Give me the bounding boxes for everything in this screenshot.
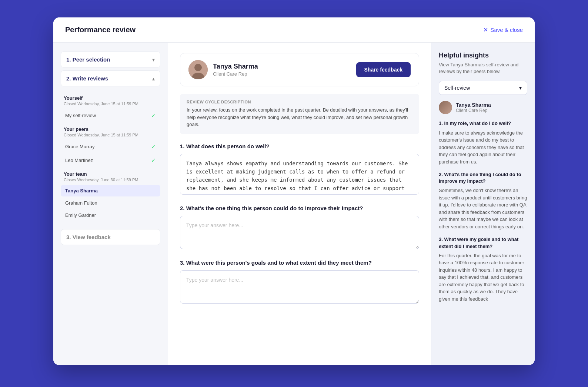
peer-name-grace: Grace Murray [65,144,94,149]
insights-a2: Sometimes, we don't know there's an issu… [439,187,527,230]
save-close-button[interactable]: ✕ Save & close [483,26,523,33]
modal-title: Performance review [65,26,136,34]
outer-bg: Performance review ✕ Save & close 1. Pee… [53,17,535,370]
team-sub: Closes Wednesday, June 30 at 11:59 PM [64,178,157,182]
insights-a1: I make sure to always acknowledge the cu… [439,129,527,166]
insights-q2: 2. What's the one thing I could do to im… [439,171,527,185]
chevron-up-icon: ▴ [152,76,155,82]
yourself-sub: Closed Wednesday, June 15 at 11:59 PM [64,102,157,106]
reviewer-details: Tanya Sharma Client Care Rep [213,63,258,77]
team-name-emily: Emily Gardner [65,212,96,218]
sidebar-section-3-title: 3. View feedback [66,234,111,240]
self-review-label: My self-review [65,113,96,118]
question-1-label: 1. What does this person do well? [180,143,419,149]
team-label: Your team [64,171,157,177]
question-2-label: 2. What's the one thing this person coul… [180,205,419,211]
insights-a3: For this quarter, the goal was for me to… [439,252,527,303]
check-icon-leo: ✓ [151,157,156,164]
save-close-label: Save & close [490,27,523,33]
avatar [188,60,208,79]
review-cycle-box: REVIEW CYCLE DESCRIPTION In your review,… [180,94,419,134]
insights-reviewer-role: Client Care Rep [456,108,491,113]
peers-label: Your peers [64,126,157,132]
insights-select-label: Self-review [444,85,470,91]
modal-body: 1. Peer selection ▾ 2. Write reviews ▴ Y… [53,43,535,365]
sidebar-section-2[interactable]: 2. Write reviews ▴ [61,70,160,86]
reviewer-name: Tanya Sharma [213,63,258,70]
question-3-answer[interactable] [180,270,419,304]
review-cycle-label: REVIEW CYCLE DESCRIPTION [187,100,412,104]
check-icon-grace: ✓ [151,143,156,150]
insights-reviewer-details: Tanya Sharma Client Care Rep [456,102,491,113]
question-1-answer[interactable]: Tanya always shows empathy and understan… [180,154,419,195]
insights-q3: 3. What were my goals and to what extent… [439,236,527,249]
sidebar-item-leo-martinez[interactable]: Leo Martinez ✓ [61,154,160,167]
insights-subtitle: View Tanya Sharma's self-review and revi… [439,62,527,75]
sidebar-item-self-review[interactable]: My self-review ✓ [61,109,160,122]
peers-sub: Closed Wednesday, June 15 at 11:59 PM [64,133,157,137]
yourself-label: Yourself [64,95,157,101]
sidebar-section-2-content: Yourself Closed Wednesday, June 15 at 11… [61,89,160,226]
main-content: Tanya Sharma Client Care Rep Share feedb… [168,43,431,365]
sidebar-item-emily-gardner[interactable]: Emily Gardner [61,209,160,221]
reviewer-info: Tanya Sharma Client Care Rep [188,60,258,79]
reviewer-role: Client Care Rep [213,71,258,77]
sidebar-section-3[interactable]: 3. View feedback [61,229,160,245]
sidebar-section-1-title: 1. Peer selection [66,56,110,63]
sidebar-section-2-title: 2. Write reviews [66,75,108,82]
share-feedback-button[interactable]: Share feedback [356,62,411,77]
insights-title: Helpful insights [439,52,527,59]
sidebar-item-graham-fulton[interactable]: Graham Fulton [61,197,160,209]
question-3-label: 3. What were this person's goals and to … [180,259,419,266]
sidebar-section-1[interactable]: 1. Peer selection ▾ [61,52,160,67]
insights-panel: Helpful insights View Tanya Sharma's sel… [431,43,535,365]
insights-avatar [439,101,452,114]
sidebar-item-grace-murray[interactable]: Grace Murray ✓ [61,140,160,153]
reviewer-card: Tanya Sharma Client Care Rep Share feedb… [180,53,419,86]
close-x-icon: ✕ [483,26,488,33]
svg-point-1 [194,64,202,71]
sidebar-item-tanya-sharma[interactable]: Tanya Sharma [61,185,160,196]
insights-q1: 1. In my role, what do I do well? [439,120,527,127]
sidebar: 1. Peer selection ▾ 2. Write reviews ▴ Y… [53,43,168,365]
peer-name-leo: Leo Martinez [65,158,93,163]
modal-header: Performance review ✕ Save & close [53,17,535,43]
modal: Performance review ✕ Save & close 1. Pee… [53,17,535,365]
review-cycle-text: In your review, focus on the work comple… [187,106,412,128]
question-2-answer[interactable] [180,216,419,249]
insights-reviewer: Tanya Sharma Client Care Rep [439,101,527,114]
insights-select-dropdown[interactable]: Self-review ▾ [439,81,527,95]
team-name-tanya: Tanya Sharma [65,188,98,194]
insights-reviewer-name: Tanya Sharma [456,102,491,108]
check-icon-self: ✓ [151,112,156,119]
team-name-graham: Graham Fulton [65,200,97,206]
chevron-down-icon: ▾ [152,57,155,63]
chevron-down-icon: ▾ [519,85,522,91]
